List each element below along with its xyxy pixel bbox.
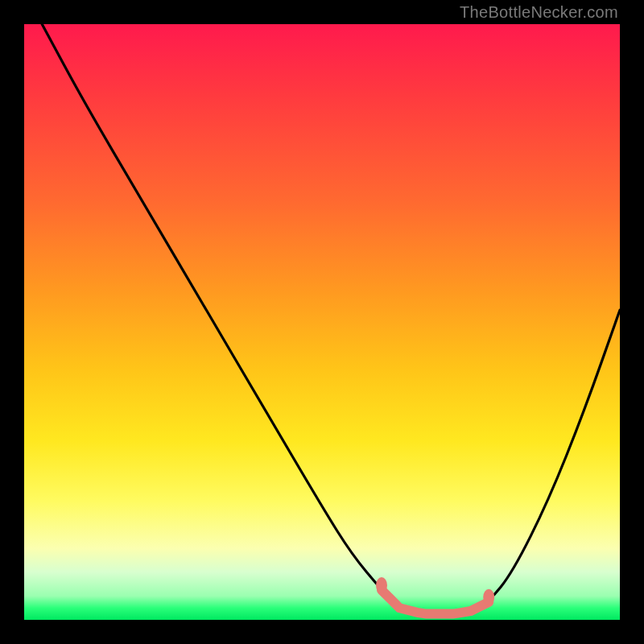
chart-svg: [24, 24, 620, 620]
bottleneck-curve-line: [42, 24, 620, 614]
watermark-text: TheBottleNecker.com: [460, 3, 618, 22]
highlight-dot-end: [483, 589, 494, 605]
highlight-dot-start: [376, 577, 387, 593]
highlight-band: [376, 577, 494, 614]
chart-frame: TheBottleNecker.com: [0, 0, 644, 644]
plot-area: [24, 24, 620, 620]
highlight-stroke: [382, 590, 489, 614]
